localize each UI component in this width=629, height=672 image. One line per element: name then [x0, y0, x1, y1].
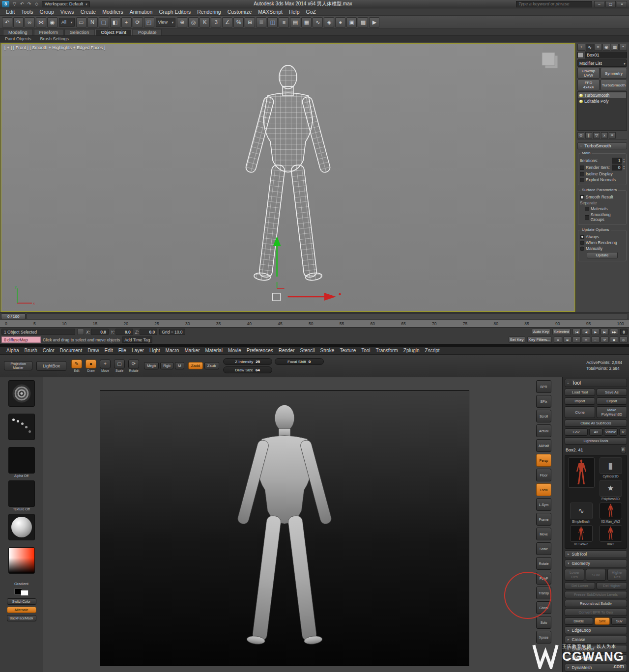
alpha-thumbnail[interactable]: Alpha Off [8, 447, 35, 478]
menu-item[interactable]: Animation [127, 9, 156, 15]
import-button[interactable]: Import [565, 397, 595, 405]
menu-item[interactable]: Zscript [423, 348, 442, 353]
keyboard-override-icon[interactable]: K [200, 17, 210, 28]
select-and-move-icon[interactable]: + [121, 17, 132, 28]
tool-thumbnail[interactable]: 03.Man_sW2 [597, 503, 625, 524]
projection-master-button[interactable]: Projection Master [4, 361, 32, 370]
menu-item[interactable]: Render [276, 348, 297, 353]
make-polymesh3d-button[interactable]: Make PolyMesh3D [597, 406, 627, 418]
menu-item[interactable]: Brush [22, 348, 40, 353]
subsection-header[interactable]: Crease [565, 636, 627, 644]
rotate-3d-button[interactable]: Rotate [536, 557, 551, 570]
menu-item[interactable]: GoZ [303, 9, 319, 15]
move-gizmo[interactable] [243, 231, 346, 305]
play-animation-icon[interactable]: ▶ [591, 329, 600, 335]
menu-item[interactable]: Help [286, 9, 303, 15]
r-button[interactable]: R [619, 428, 627, 436]
mrgb-button[interactable]: Mrgb [144, 362, 159, 369]
ribbon-subtab[interactable]: Brush Settings [40, 36, 69, 41]
pan-view-icon[interactable]: ⇔ [591, 336, 600, 343]
menu-item[interactable]: Color [40, 348, 57, 353]
menu-item[interactable]: Material [203, 348, 226, 353]
edit-mode-button[interactable]: ✎Edit [70, 360, 83, 372]
lsym-button[interactable]: L.Sym [536, 498, 551, 511]
modifier-stack[interactable]: TurboSmoothEditable Poly [577, 91, 627, 131]
unlink-selection-icon[interactable]: ⋈ [36, 17, 46, 28]
track-bar[interactable]: 0510152025303540455055606570758085909510… [0, 320, 629, 327]
pin-stack-icon[interactable]: ⊙ [577, 132, 584, 139]
smooth-result-checkbox[interactable] [580, 195, 584, 199]
go-to-end-icon[interactable]: ▶▶ [610, 329, 618, 335]
scroll-button[interactable]: Scroll [536, 410, 551, 422]
auto-key-button[interactable]: Auto Key [532, 329, 550, 335]
menu-item[interactable]: Movie [226, 348, 244, 353]
reference-coordinate-dropdown[interactable]: View [156, 18, 176, 27]
frame-button[interactable]: Frame [536, 513, 551, 526]
explicit-normals-checkbox[interactable] [580, 178, 584, 182]
menu-item[interactable]: Edit [3, 9, 18, 15]
actual-size-button[interactable]: Actual [536, 424, 551, 437]
iterations-field[interactable]: 1 [612, 158, 622, 164]
materials-checkbox[interactable] [585, 207, 589, 211]
clone-button[interactable]: Clone [565, 406, 595, 418]
clone-all-subtools-button[interactable]: Clone All SubTools [565, 420, 627, 427]
zoom-all-icon[interactable]: ⊞ [563, 336, 572, 343]
motion-tab-icon[interactable]: ◉ [602, 44, 610, 51]
percent-snap-icon[interactable]: % [233, 17, 244, 28]
menu-item[interactable]: Tools [18, 9, 36, 15]
turbosmooth-rollout-header[interactable]: TurboSmooth [577, 142, 627, 149]
menu-item[interactable]: Create [78, 9, 99, 15]
stroke-thumbnail[interactable] [8, 414, 35, 445]
lightbox-tools-button[interactable]: Lightbox>Tools [565, 437, 627, 445]
freeze-subdivision-button[interactable]: Freeze SubDivision Levels [565, 591, 627, 598]
menu-item[interactable]: File [116, 348, 129, 353]
smoothing-groups-checkbox[interactable] [585, 215, 589, 220]
add-time-tag[interactable]: Add Time Tag [122, 336, 152, 343]
align-icon[interactable]: ≡ [279, 17, 289, 28]
select-and-scale-icon[interactable]: ◰ [144, 17, 154, 28]
menu-item[interactable]: Draw [85, 348, 101, 353]
geometry-section-header[interactable]: Geometry [565, 560, 627, 567]
goz-all-button[interactable]: All [589, 428, 602, 436]
floor-button[interactable]: Floor [536, 469, 551, 481]
make-unique-icon[interactable]: ▽ [593, 132, 600, 139]
bpr-render-button[interactable]: BPR [536, 380, 551, 393]
modifier-enable-icon[interactable] [579, 94, 583, 97]
minimize-button[interactable]: – [594, 1, 604, 7]
subtool-section-header[interactable]: SubTool [565, 550, 627, 558]
modifier-set-button[interactable]: Symmetry [600, 68, 627, 79]
menu-item[interactable]: Stroke [318, 348, 337, 353]
menu-item[interactable]: Marker [182, 348, 202, 353]
zoom-icon[interactable]: ⊕ [554, 336, 562, 343]
goz-button[interactable]: GoZ [565, 428, 588, 436]
select-and-manipulate-icon[interactable]: ◎ [188, 17, 199, 28]
ribbon-tab[interactable]: Modeling [3, 29, 33, 35]
field-of-view-icon[interactable]: ◎ [619, 336, 628, 343]
suv-toggle[interactable]: Suv [611, 617, 627, 625]
brush-thumbnail[interactable] [8, 380, 35, 412]
redo-icon[interactable]: ↷ [13, 17, 24, 28]
export-button[interactable]: Export [597, 397, 627, 405]
menu-item[interactable]: Alpha [4, 348, 22, 353]
snaps-toggle-icon[interactable]: 3 [211, 17, 221, 28]
backface-mask-button[interactable]: BackFaceMask [7, 615, 36, 621]
ribbon-tab[interactable]: Populate [133, 29, 162, 35]
configure-modifier-sets-icon[interactable]: ≡ [609, 132, 616, 139]
modifier-enable-icon[interactable] [579, 100, 583, 103]
menu-item[interactable]: Rendering [194, 9, 224, 15]
menu-item[interactable]: Document [57, 348, 85, 353]
persp-button[interactable]: Persp [536, 454, 551, 467]
sdiv-slider[interactable]: SDiv [586, 569, 605, 581]
isoline-display-checkbox[interactable] [580, 172, 584, 176]
spinner-snap-icon[interactable]: ⊞ [245, 17, 255, 28]
maximize-viewport-toggle-icon[interactable]: ▣ [610, 336, 618, 343]
modifier-stack-item[interactable]: TurboSmooth [578, 92, 626, 98]
menu-item[interactable]: Light [147, 348, 163, 353]
viewport-front[interactable]: [ + ] [ Front ] [ Smooth + Highlights + … [0, 43, 575, 312]
tool-thumbnail[interactable]: ★PolyMesh3D [597, 480, 625, 501]
select-and-link-icon[interactable]: ∞ [25, 17, 35, 28]
go-to-start-icon[interactable]: |◀ [572, 329, 581, 335]
menu-item[interactable]: Transform [373, 348, 400, 353]
tool-thumbnail[interactable]: ▮Cylinder3D [597, 457, 625, 478]
del-lower-button[interactable]: Del Lower [565, 582, 595, 589]
